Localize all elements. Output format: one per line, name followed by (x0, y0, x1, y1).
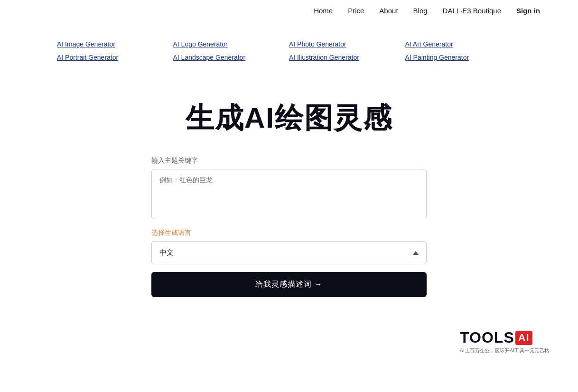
nav-home[interactable]: Home (314, 7, 333, 15)
keyword-input[interactable] (152, 169, 426, 217)
tools-logo: TOOLS AI AI上百万企业，国际开AI工具一元元乙枯 (460, 329, 550, 354)
link-ai-painting-generator[interactable]: AI Painting Generator (405, 54, 522, 61)
links-grid: AI Image Generator AI Logo Generator AI … (0, 21, 578, 71)
tools-word: TOOLS (460, 329, 514, 346)
link-ai-photo-generator[interactable]: AI Photo Generator (289, 40, 405, 48)
tools-logo-text: TOOLS AI (460, 329, 532, 346)
textarea-wrapper (151, 169, 427, 219)
page-title: 生成AI绘图灵感 (186, 99, 392, 138)
selected-language: 中文 (159, 248, 174, 257)
main-content: 生成AI绘图灵感 输入主题关键字 选择生成语言 中文 给我灵感描述词 → (0, 71, 578, 316)
link-ai-illustration-generator[interactable]: AI Illustration Generator (289, 54, 405, 61)
language-select[interactable]: 中文 (151, 241, 427, 264)
select-label: 选择生成语言 (151, 229, 427, 237)
nav-price[interactable]: Price (348, 7, 364, 15)
tools-logo-inner: TOOLS AI AI上百万企业，国际开AI工具一元元乙枯 (460, 329, 550, 354)
nav-boutique[interactable]: DALL·E3 Boutique (443, 7, 501, 15)
chevron-up-icon (413, 251, 419, 255)
nav-about[interactable]: About (379, 7, 398, 15)
form-container: 输入主题关键字 选择生成语言 中文 给我灵感描述词 → (151, 157, 427, 297)
input-label: 输入主题关键字 (151, 157, 427, 165)
tools-subtitle: AI上百万企业，国际开AI工具一元元乙枯 (460, 347, 550, 354)
link-ai-image-generator[interactable]: AI Image Generator (57, 40, 173, 48)
ai-badge: AI (515, 331, 532, 345)
link-ai-portrait-generator[interactable]: AI Portrait Generator (57, 54, 173, 61)
nav-blog[interactable]: Blog (413, 7, 428, 15)
navigation: Home Price About Blog DALL·E3 Boutique S… (0, 0, 578, 21)
submit-button[interactable]: 给我灵感描述词 → (151, 272, 427, 297)
link-ai-landscape-generator[interactable]: AI Landscape Generator (173, 54, 289, 61)
link-ai-logo-generator[interactable]: AI Logo Generator (173, 40, 289, 48)
link-ai-art-generator[interactable]: AI Art Generator (405, 40, 522, 48)
nav-signin[interactable]: Sign in (516, 7, 540, 15)
